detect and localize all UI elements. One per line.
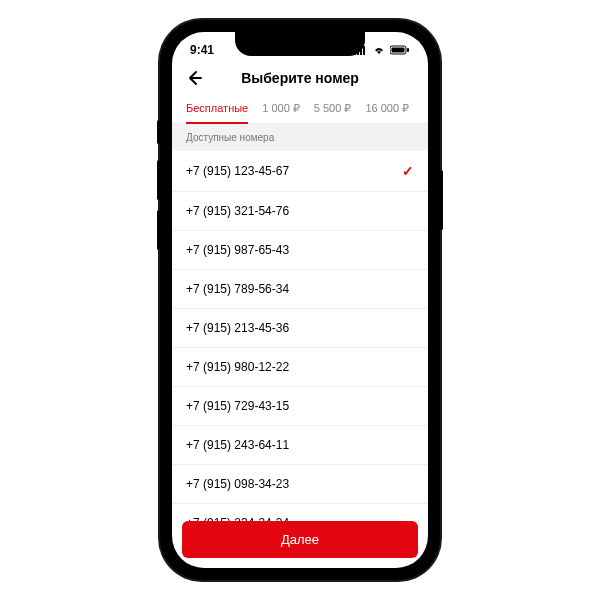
back-button[interactable]: [184, 68, 204, 88]
phone-number: +7 (915) 987-65-43: [186, 243, 289, 257]
list-item[interactable]: +7 (915) 729-43-15: [172, 387, 428, 426]
tab-1000[interactable]: 1 000 ₽: [262, 98, 300, 123]
svg-rect-3: [363, 46, 365, 55]
page-title: Выберите номер: [172, 70, 428, 86]
phone-number: +7 (915) 213-45-36: [186, 321, 289, 335]
check-icon: ✓: [402, 163, 414, 179]
nav-bar: Выберите номер: [172, 62, 428, 98]
wifi-icon: [372, 45, 386, 55]
tab-free[interactable]: Бесплатные: [186, 98, 248, 123]
status-time: 9:41: [190, 43, 214, 57]
phone-number: +7 (915) 098-34-23: [186, 477, 289, 491]
list-item[interactable]: +7 (915) 098-34-23: [172, 465, 428, 504]
price-tabs: Бесплатные 1 000 ₽ 5 500 ₽ 16 000 ₽: [172, 98, 428, 124]
list-item[interactable]: +7 (915) 234-34-34: [172, 504, 428, 521]
notch: [235, 32, 365, 56]
footer: Далее: [172, 521, 428, 568]
phone-number: +7 (915) 243-64-11: [186, 438, 289, 452]
section-header: Доступные номера: [172, 124, 428, 151]
svg-rect-6: [407, 48, 409, 52]
list-item[interactable]: +7 (915) 980-12-22: [172, 348, 428, 387]
phone-number: +7 (915) 321-54-76: [186, 204, 289, 218]
phone-frame: 9:41 Выберите номер Бесплатные 1 000 ₽ 5…: [160, 20, 440, 580]
phone-number: +7 (915) 729-43-15: [186, 399, 289, 413]
tab-5500[interactable]: 5 500 ₽: [314, 98, 352, 123]
next-button[interactable]: Далее: [182, 521, 418, 558]
list-item[interactable]: +7 (915) 123-45-67 ✓: [172, 151, 428, 192]
list-item[interactable]: +7 (915) 987-65-43: [172, 231, 428, 270]
arrow-left-icon: [184, 68, 204, 88]
list-item[interactable]: +7 (915) 243-64-11: [172, 426, 428, 465]
phone-number: +7 (915) 789-56-34: [186, 282, 289, 296]
phone-number: +7 (915) 980-12-22: [186, 360, 289, 374]
svg-rect-5: [392, 48, 405, 53]
list-item[interactable]: +7 (915) 321-54-76: [172, 192, 428, 231]
number-list[interactable]: +7 (915) 123-45-67 ✓ +7 (915) 321-54-76 …: [172, 151, 428, 521]
list-item[interactable]: +7 (915) 789-56-34: [172, 270, 428, 309]
tab-16000[interactable]: 16 000 ₽: [365, 98, 409, 123]
battery-icon: [390, 45, 410, 55]
phone-number: +7 (915) 123-45-67: [186, 164, 289, 178]
list-item[interactable]: +7 (915) 213-45-36: [172, 309, 428, 348]
